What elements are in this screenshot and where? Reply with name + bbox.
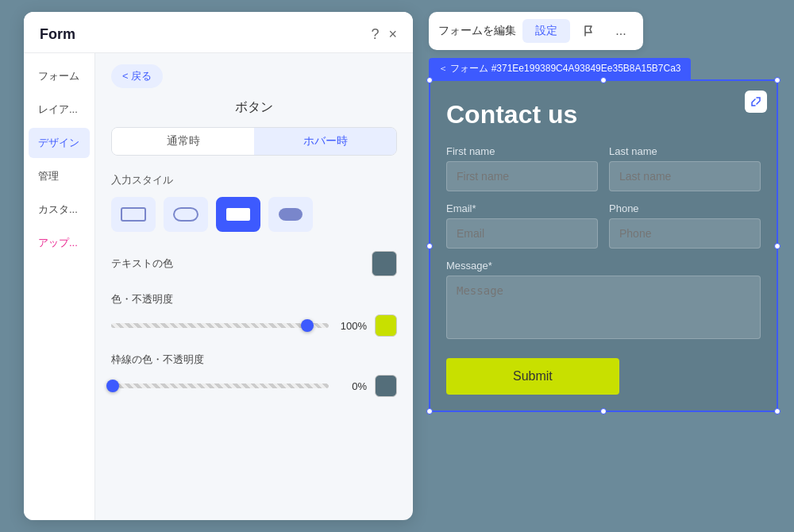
border-opacity-value: 0%: [337, 380, 367, 392]
phone-input[interactable]: [609, 218, 761, 249]
color-opacity-label: 色・不透明度: [111, 292, 397, 306]
style-options: [111, 197, 397, 232]
border-opacity-dot[interactable]: [106, 380, 119, 392]
svg-rect-2: [226, 208, 250, 221]
color-opacity-swatch[interactable]: [375, 314, 397, 337]
color-opacity-value: 100%: [337, 320, 367, 332]
text-color-row: テキストの色: [111, 251, 397, 276]
right-panel: フォームを編集 設定 ... ＜ フォーム #371Ee199389C4A938…: [429, 12, 778, 412]
color-opacity-controls: 100%: [111, 314, 397, 337]
handle-top-left: [426, 77, 433, 83]
section-title: ボタン: [111, 99, 397, 116]
svg-rect-1: [174, 208, 198, 221]
handle-bottom-center: [600, 408, 607, 414]
color-opacity-track[interactable]: [111, 323, 329, 328]
panel-header-icons: ? ×: [371, 26, 397, 43]
sidebar-item-design[interactable]: デザイン: [29, 128, 90, 158]
border-opacity-controls: 0%: [111, 375, 397, 397]
input-style-label: 入力スタイル: [111, 173, 397, 187]
border-opacity-label: 枠線の色・不透明度: [111, 353, 397, 367]
toolbar-edit-label: フォームを編集: [438, 24, 516, 38]
help-icon[interactable]: ?: [371, 26, 379, 43]
first-name-field: First name: [446, 145, 598, 191]
handle-bottom-left: [426, 408, 433, 414]
panel-title: Form: [40, 26, 75, 43]
settings-button[interactable]: 設定: [522, 19, 570, 43]
flag-icon[interactable]: [576, 18, 602, 44]
last-name-input[interactable]: [609, 161, 761, 191]
email-label: Email*: [446, 202, 598, 214]
left-panel: Form ? × フォーム レイア... デザイン 管理 カスタ... アップ.…: [24, 12, 413, 520]
first-name-input[interactable]: [446, 161, 598, 191]
handle-left: [426, 243, 433, 249]
style-opt-square[interactable]: [111, 197, 156, 232]
phone-label: Phone: [609, 202, 761, 214]
text-color-swatch[interactable]: [372, 251, 397, 276]
panel-body: フォーム レイア... デザイン 管理 カスタ... アップ... < 戻る ボ…: [24, 53, 413, 520]
submit-button[interactable]: Submit: [446, 358, 619, 395]
tab-hover[interactable]: ホバー時: [254, 128, 396, 155]
last-name-label: Last name: [609, 145, 761, 157]
style-opt-pill[interactable]: [164, 197, 208, 232]
close-icon[interactable]: ×: [388, 26, 397, 43]
last-name-field: Last name: [609, 145, 761, 191]
color-opacity-row: 色・不透明度 100%: [111, 292, 397, 337]
sidebar-item-manage[interactable]: 管理: [29, 161, 90, 191]
email-input[interactable]: [446, 218, 598, 249]
back-button[interactable]: < 戻る: [111, 64, 163, 88]
border-opacity-row: 枠線の色・不透明度 0%: [111, 353, 397, 397]
svg-rect-0: [121, 208, 145, 221]
style-opt-filled-square[interactable]: [216, 197, 260, 232]
first-name-label: First name: [446, 145, 598, 157]
message-label: Message*: [446, 260, 761, 272]
tabs: 通常時 ホバー時: [111, 127, 397, 156]
email-field: Email*: [446, 202, 598, 249]
handle-bottom-right: [774, 408, 781, 414]
expand-icon[interactable]: [745, 91, 767, 113]
handle-top-center: [600, 77, 607, 83]
text-color-label: テキストの色: [111, 256, 173, 271]
form-row-name: First name Last name: [446, 145, 761, 191]
border-opacity-track[interactable]: [111, 384, 329, 388]
sidebar-item-layer[interactable]: レイア...: [29, 94, 90, 125]
sidebar-item-form[interactable]: フォーム: [29, 61, 90, 91]
sidebar-item-upgrade[interactable]: アップ...: [29, 228, 90, 258]
more-icon[interactable]: ...: [608, 18, 634, 44]
sidebar-item-custom[interactable]: カスタ...: [29, 195, 90, 225]
breadcrumb: ＜ フォーム #371Ee199389C4A93849Ee35B8A15B7Ca…: [429, 58, 691, 79]
handle-right: [774, 243, 781, 249]
main-content: < 戻る ボタン 通常時 ホバー時 入力スタイル: [95, 53, 413, 520]
form-canvas: Contact us First name Last name Email* P…: [429, 79, 778, 412]
tab-normal[interactable]: 通常時: [112, 128, 254, 155]
message-field: Message*: [446, 260, 761, 342]
border-opacity-swatch[interactable]: [375, 375, 397, 397]
toolbar: フォームを編集 設定 ...: [429, 12, 643, 50]
panel-header: Form ? ×: [24, 12, 413, 53]
handle-top-right: [774, 77, 781, 83]
form-title: Contact us: [446, 100, 761, 129]
phone-field: Phone: [609, 202, 761, 249]
svg-rect-3: [279, 208, 303, 221]
message-input[interactable]: [446, 276, 761, 339]
side-nav: フォーム レイア... デザイン 管理 カスタ... アップ...: [24, 53, 95, 520]
style-opt-filled-pill[interactable]: [268, 197, 313, 232]
form-row-contact: Email* Phone: [446, 202, 761, 249]
color-opacity-dot[interactable]: [301, 319, 314, 332]
